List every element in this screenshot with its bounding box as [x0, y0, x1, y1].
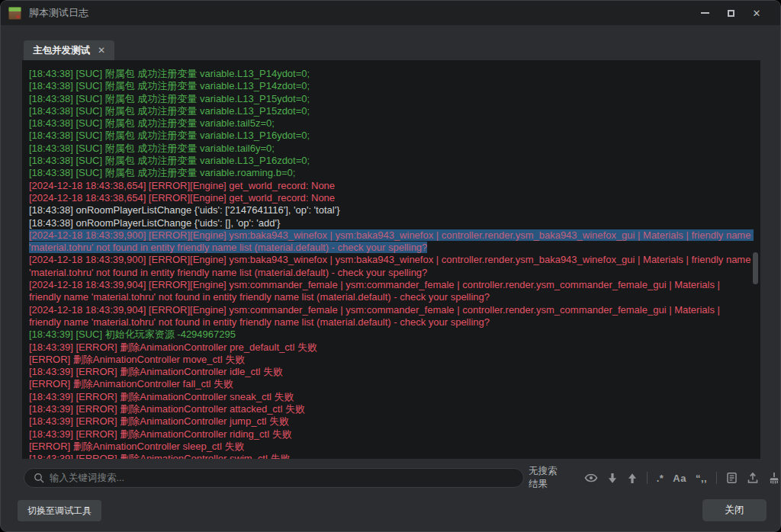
minimize-icon	[701, 12, 709, 14]
log-line[interactable]: [ERROR] 删除AnimationController fall_ctl 失…	[29, 378, 753, 390]
prev-match-arrow-up-icon[interactable]	[627, 473, 638, 484]
log-line[interactable]: [18:43:39] [ERROR] 删除AnimationController…	[29, 366, 753, 378]
log-line[interactable]: [18:43:39] [ERROR] 删除AnimationController…	[29, 341, 753, 354]
clear-log-broom-icon[interactable]	[768, 472, 780, 484]
log-line-text: [ERROR] 删除AnimationController fall_ctl 失…	[29, 378, 233, 389]
log-line[interactable]: [2024-12-18 18:43:38,654] [ERROR][Engine…	[29, 180, 753, 192]
log-line-text: [18:43:39] [ERROR] 删除AnimationController…	[29, 341, 317, 353]
search-icon	[34, 473, 44, 483]
log-line-text: [ERROR] 删除AnimationController move_ctl 失…	[29, 354, 245, 365]
close-dialog-button[interactable]: 关闭	[702, 499, 767, 521]
log-line-text: [2024-12-18 18:43:39,904] [ERROR][Engine…	[29, 279, 723, 303]
log-line-text: [18:43:38] [SUC] 附属包 成功注册变量 variable.L13…	[29, 93, 310, 104]
log-line-text: [18:43:38] onRoomPlayerListChange {'uids…	[29, 217, 280, 229]
log-line[interactable]: [18:43:38] [SUC] 附属包 成功注册变量 variable.L13…	[29, 105, 753, 117]
log-line-text: [2024-12-18 18:43:39,904] [ERROR][Engine…	[29, 304, 723, 328]
search-result-status: 无搜索结果	[529, 465, 566, 491]
log-line[interactable]: [ERROR] 删除AnimationController move_ctl 失…	[29, 354, 753, 366]
log-line-text: [2024-12-18 18:43:38,654] [ERROR][Engine…	[29, 192, 335, 204]
tab-main-package-test[interactable]: 主包并发测试 ✕	[24, 40, 114, 60]
toolbar-divider	[716, 472, 717, 484]
grass-block-app-icon	[8, 7, 21, 20]
window-title: 脚本测试日志	[29, 6, 88, 20]
log-line-text: [18:43:38] [SUC] 附属包 成功注册变量 variable.L13…	[29, 155, 310, 166]
search-toolbar: 无搜索结果 .* Aa “,,	[529, 468, 780, 488]
log-line[interactable]: [18:43:38] [SUC] 附属包 成功注册变量 variable.L13…	[29, 93, 753, 105]
tab-label: 主包并发测试	[33, 44, 90, 57]
regex-toggle[interactable]: .*	[657, 473, 664, 484]
log-line-text: [18:43:39] [ERROR] 删除AnimationController…	[29, 453, 290, 459]
minimize-button[interactable]	[692, 2, 718, 24]
log-line-text: [18:43:39] [ERROR] 删除AnimationController…	[29, 366, 283, 377]
log-line-text: [18:43:38] [SUC] 附属包 成功注册变量 variable.L13…	[29, 80, 310, 91]
log-line[interactable]: [18:43:38] [SUC] 附属包 成功注册变量 variable.L13…	[29, 130, 753, 142]
log-line-text: [2024-12-18 18:43:39,900] [ERROR][Engine…	[29, 254, 754, 277]
window-controls: ✕	[692, 2, 770, 24]
log-line[interactable]: [18:43:39] [ERROR] 删除AnimationController…	[29, 403, 753, 415]
log-line[interactable]: [18:43:39] [ERROR] 删除AnimationController…	[29, 428, 753, 441]
eye-icon[interactable]	[584, 473, 598, 483]
tab-close-icon[interactable]: ✕	[98, 45, 105, 56]
next-match-arrow-down-icon[interactable]	[607, 473, 618, 484]
maximize-icon	[728, 10, 734, 17]
log-line[interactable]: [18:43:38] onRoomPlayerListChange {'uids…	[29, 204, 753, 216]
log-console[interactable]: [18:43:38] [SUC] 附属包 成功注册变量 variable.L13…	[22, 60, 760, 459]
log-line[interactable]: [2024-12-18 18:43:39,904] [ERROR][Engine…	[29, 279, 753, 304]
log-line-text: [18:43:38] [SUC] 附属包 成功注册变量 variable.L13…	[29, 130, 310, 141]
log-line-text: [18:43:38] [SUC] 附属包 成功注册变量 variable.tai…	[29, 143, 275, 154]
log-line-text: [18:43:38] [SUC] 附属包 成功注册变量 variable.roa…	[29, 167, 295, 178]
log-line[interactable]: [18:43:39] [ERROR] 删除AnimationController…	[29, 453, 753, 459]
log-line[interactable]: [2024-12-18 18:43:39,900] [ERROR][Engine…	[29, 254, 753, 279]
log-line-text: [18:43:38] [SUC] 附属包 成功注册变量 variable.L13…	[29, 68, 310, 79]
log-line-text: [2024-12-18 18:43:39,900] [ERROR][Engine…	[29, 229, 754, 253]
log-line-text: [18:43:39] [ERROR] 删除AnimationController…	[29, 415, 289, 427]
log-line-text: [18:43:38] [SUC] 附属包 成功注册变量 variable.L13…	[29, 105, 310, 117]
export-log-icon[interactable]	[747, 472, 759, 484]
log-line[interactable]: [18:43:38] [SUC] 附属包 成功注册变量 variable.roa…	[29, 167, 753, 179]
switch-to-debug-tool-button[interactable]: 切换至调试工具	[18, 500, 101, 521]
match-case-toggle[interactable]: Aa	[673, 473, 686, 484]
log-line[interactable]: [2024-12-18 18:43:38,654] [ERROR][Engine…	[29, 192, 753, 204]
log-line-text: [18:43:38] [SUC] 附属包 成功注册变量 variable.tai…	[29, 117, 275, 129]
title-bar: 脚本测试日志 ✕	[1, 1, 780, 25]
log-line-text: [ERROR] 删除AnimationController sleep_ctl …	[29, 441, 244, 452]
whole-word-toggle[interactable]: “,,	[696, 473, 707, 484]
log-line[interactable]: [2024-12-18 18:43:39,904] [ERROR][Engine…	[29, 304, 753, 329]
log-line[interactable]: [18:43:38] [SUC] 附属包 成功注册变量 variable.L13…	[29, 155, 753, 167]
close-window-button[interactable]: ✕	[744, 2, 770, 24]
copy-log-document-icon[interactable]	[726, 472, 738, 484]
log-line[interactable]: [18:43:39] [ERROR] 删除AnimationController…	[29, 391, 753, 403]
log-line[interactable]: [18:43:38] onRoomPlayerListChange {'uids…	[29, 217, 753, 229]
log-line-text: [18:43:39] [ERROR] 删除AnimationController…	[29, 403, 305, 415]
log-line[interactable]: [ERROR] 删除AnimationController sleep_ctl …	[29, 441, 753, 453]
log-line-text: [18:43:38] onRoomPlayerListChange {'uids…	[29, 204, 340, 216]
scrollbar-thumb[interactable]	[753, 252, 758, 284]
maximize-button[interactable]	[718, 2, 744, 24]
log-line-text: [18:43:39] [ERROR] 删除AnimationController…	[29, 391, 294, 402]
search-box[interactable]	[24, 468, 524, 488]
log-viewer-window: 脚本测试日志 ✕ 主包并发测试 ✕ [18:43:38] [SUC] 附属包 成…	[0, 0, 781, 532]
search-row: 无搜索结果 .* Aa “,,	[1, 463, 780, 493]
search-input[interactable]	[50, 473, 514, 483]
log-line[interactable]: [18:43:39] [ERROR] 删除AnimationController…	[29, 415, 753, 428]
log-line-selected[interactable]: [2024-12-18 18:43:39,900] [ERROR][Engine…	[29, 229, 753, 255]
log-line[interactable]: [18:43:38] [SUC] 附属包 成功注册变量 variable.tai…	[29, 117, 753, 130]
log-line[interactable]: [18:43:39] [SUC] 初始化玩家资源 -4294967295	[29, 328, 753, 341]
close-icon: ✕	[753, 8, 761, 19]
log-line[interactable]: [18:43:38] [SUC] 附属包 成功注册变量 variable.L13…	[29, 68, 753, 80]
log-line-text: [2024-12-18 18:43:38,654] [ERROR][Engine…	[29, 180, 335, 191]
log-line[interactable]: [18:43:38] [SUC] 附属包 成功注册变量 variable.L13…	[29, 80, 753, 92]
log-line-text: [18:43:39] [ERROR] 删除AnimationController…	[29, 428, 292, 440]
log-line[interactable]: [18:43:38] [SUC] 附属包 成功注册变量 variable.tai…	[29, 143, 753, 155]
toolbar-divider	[647, 472, 648, 484]
log-line-text: [18:43:39] [SUC] 初始化玩家资源 -4294967295	[29, 328, 236, 340]
